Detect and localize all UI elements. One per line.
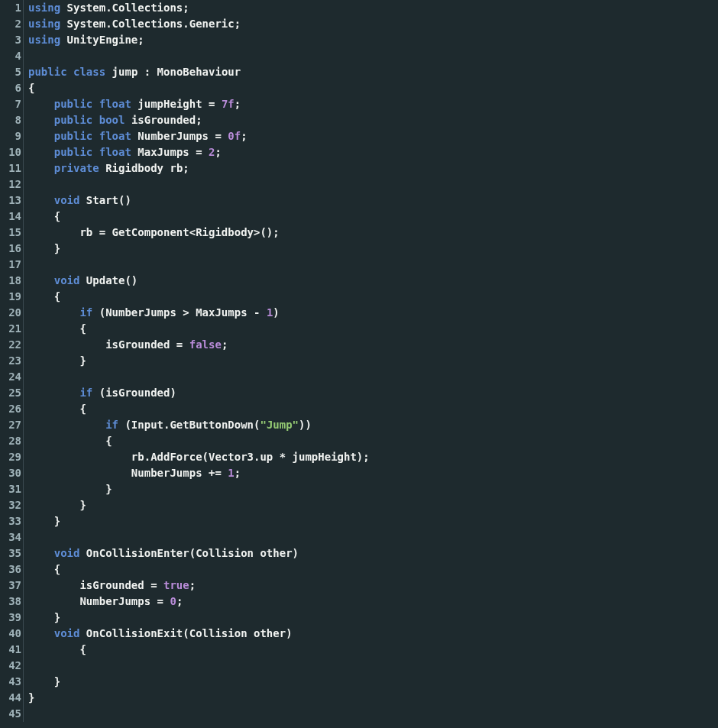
code-line: if (NumberJumps > MaxJumps - 1)	[28, 305, 370, 321]
code-line: {	[28, 321, 370, 337]
line-number: 45	[0, 706, 21, 722]
line-number: 27	[0, 417, 21, 433]
line-number: 38	[0, 594, 21, 610]
code-line: {	[28, 561, 370, 578]
line-number: 20	[0, 305, 21, 321]
line-number: 43	[0, 674, 21, 690]
line-number: 14	[0, 209, 21, 225]
code-line: using UnityEngine;	[28, 32, 370, 48]
line-number: 28	[0, 433, 21, 449]
code-line: }	[28, 497, 370, 513]
code-line: {	[28, 209, 370, 225]
line-number: 17	[0, 257, 21, 273]
code-line: rb = GetComponent<Rigidbody>();	[28, 225, 370, 241]
code-area[interactable]: using System.Collections;using System.Co…	[24, 0, 370, 722]
code-line: }	[28, 353, 370, 369]
code-line: using System.Collections.Generic;	[28, 16, 370, 32]
line-number: 2	[0, 16, 21, 32]
code-line: isGrounded = true;	[28, 578, 370, 594]
code-line: if (isGrounded)	[28, 385, 370, 401]
code-line: public float MaxJumps = 2;	[28, 144, 370, 160]
code-line	[28, 257, 370, 273]
code-line: {	[28, 642, 370, 658]
code-line: }	[28, 241, 370, 257]
code-line: }	[28, 481, 370, 497]
code-line	[28, 706, 370, 722]
code-line	[28, 658, 370, 674]
code-line: public float jumpHeight = 7f;	[28, 96, 370, 112]
line-number: 5	[0, 64, 21, 80]
line-number: 26	[0, 401, 21, 417]
code-line: NumberJumps = 0;	[28, 594, 370, 610]
line-number: 23	[0, 353, 21, 369]
line-number-gutter: 1234567891011121314151617181920212223242…	[0, 0, 24, 722]
line-number: 16	[0, 241, 21, 257]
line-number: 10	[0, 144, 21, 160]
code-editor: 1234567891011121314151617181920212223242…	[0, 0, 718, 722]
code-line: void OnCollisionExit(Collision other)	[28, 626, 370, 642]
line-number: 25	[0, 385, 21, 401]
code-line: {	[28, 289, 370, 305]
code-line: }	[28, 610, 370, 626]
line-number: 18	[0, 273, 21, 289]
line-number: 22	[0, 337, 21, 353]
code-line: public bool isGrounded;	[28, 112, 370, 128]
code-line: }	[28, 674, 370, 690]
code-line: rb.AddForce(Vector3.up * jumpHeight);	[28, 449, 370, 465]
line-number: 33	[0, 513, 21, 529]
code-line	[28, 529, 370, 545]
line-number: 9	[0, 128, 21, 144]
line-number: 8	[0, 112, 21, 128]
line-number: 32	[0, 497, 21, 513]
line-number: 44	[0, 690, 21, 706]
line-number: 41	[0, 642, 21, 658]
line-number: 1	[0, 0, 21, 16]
code-line	[28, 48, 370, 64]
line-number: 36	[0, 561, 21, 578]
line-number: 11	[0, 160, 21, 176]
line-number: 21	[0, 321, 21, 337]
line-number: 19	[0, 289, 21, 305]
code-line: }	[28, 690, 370, 706]
code-line	[28, 176, 370, 193]
line-number: 42	[0, 658, 21, 674]
line-number: 3	[0, 32, 21, 48]
code-line: private Rigidbody rb;	[28, 160, 370, 176]
code-line: if (Input.GetButtonDown("Jump"))	[28, 417, 370, 433]
code-line: public float NumberJumps = 0f;	[28, 128, 370, 144]
code-line: void Start()	[28, 193, 370, 209]
line-number: 13	[0, 193, 21, 209]
line-number: 12	[0, 176, 21, 193]
line-number: 34	[0, 529, 21, 545]
code-line: using System.Collections;	[28, 0, 370, 16]
line-number: 6	[0, 80, 21, 96]
line-number: 30	[0, 465, 21, 481]
line-number: 40	[0, 626, 21, 642]
code-line: {	[28, 433, 370, 449]
code-line: NumberJumps += 1;	[28, 465, 370, 481]
code-line: {	[28, 80, 370, 96]
line-number: 39	[0, 610, 21, 626]
line-number: 29	[0, 449, 21, 465]
line-number: 31	[0, 481, 21, 497]
line-number: 15	[0, 225, 21, 241]
line-number: 35	[0, 545, 21, 561]
line-number: 4	[0, 48, 21, 64]
line-number: 37	[0, 578, 21, 594]
code-line: }	[28, 513, 370, 529]
code-line: isGrounded = false;	[28, 337, 370, 353]
code-line: void Update()	[28, 273, 370, 289]
code-line	[28, 369, 370, 385]
line-number: 7	[0, 96, 21, 112]
line-number: 24	[0, 369, 21, 385]
code-line: {	[28, 401, 370, 417]
code-line: public class jump : MonoBehaviour	[28, 64, 370, 80]
code-line: void OnCollisionEnter(Collision other)	[28, 545, 370, 561]
